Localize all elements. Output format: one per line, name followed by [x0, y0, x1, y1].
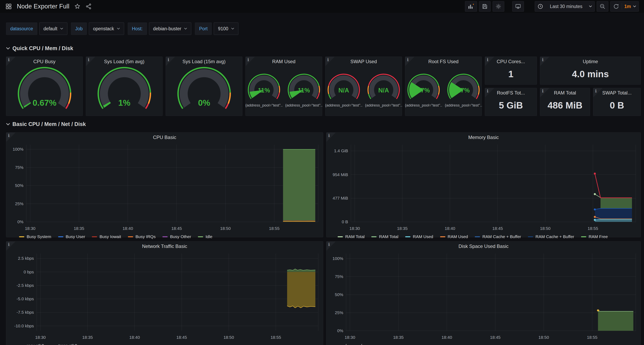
panel-title[interactable]: Root FS Used [413, 59, 474, 64]
svg-text:18:30: 18:30 [35, 335, 46, 339]
legend-item[interactable]: RAM Used [405, 234, 433, 239]
cycle-view-button[interactable] [512, 1, 524, 12]
row-header-quick[interactable]: Quick CPU / Mem / Disk [6, 45, 73, 52]
panel-title[interactable]: Disk Space Used Basic [334, 243, 632, 249]
stat-value: 4.0 mins [540, 66, 640, 83]
ram-used-gauge: 11% [246, 73, 282, 103]
refresh-interval-label[interactable]: 1m [624, 4, 631, 9]
legend-swatch [581, 236, 586, 237]
legend-item[interactable]: / [338, 343, 346, 345]
panel-title[interactable]: Sys Load (15m avg) [174, 59, 234, 64]
legend-swatch [440, 236, 445, 237]
svg-text:N/A: N/A [378, 87, 389, 94]
panel-title[interactable]: Sys Load (5m avg) [94, 59, 154, 64]
stat-value: 5 GiB [485, 97, 537, 114]
legend-item[interactable]: RAM Total [338, 234, 364, 239]
legend-item[interactable]: Busy User [58, 234, 85, 239]
panel-title[interactable]: CPU Basic [14, 135, 315, 140]
svg-text:18:50: 18:50 [540, 226, 550, 231]
chevron-down-icon[interactable] [633, 6, 636, 8]
legend-item[interactable]: Busy System [19, 234, 51, 239]
network-traffic-plot[interactable]: 2.5 kbps0 bps-2.5 kbps-5.0 kbps-7.5 kbps… [6, 251, 323, 342]
legend-item[interactable]: trans eth0 [51, 343, 77, 345]
panel-title[interactable]: SWAP Used [334, 59, 394, 64]
share-icon[interactable] [86, 3, 92, 10]
star-icon[interactable] [74, 3, 80, 10]
panel-title[interactable]: RAM Total [548, 90, 582, 96]
refresh-button-group[interactable]: 1m [610, 1, 639, 12]
svg-text:50%: 50% [335, 292, 343, 297]
legend-swatch [19, 236, 24, 237]
magnifier-minus-icon [599, 3, 606, 10]
add-panel-button[interactable] [465, 1, 477, 12]
svg-text:11%: 11% [258, 87, 270, 94]
svg-text:18:30: 18:30 [350, 226, 360, 231]
legend-item[interactable]: RAM Used [440, 234, 468, 239]
panel-title[interactable]: RootFS Tot... [493, 90, 529, 96]
time-range-label: Last 30 minutes [546, 4, 586, 9]
legend-label: Busy Other [170, 234, 191, 239]
panel-title[interactable]: CPU Cores... [493, 59, 529, 64]
legend-label: RAM Cache + Buffer [482, 234, 521, 239]
variable-label-host[interactable]: Host: [128, 23, 147, 35]
legend-item[interactable]: Busy Other [162, 234, 191, 239]
dashboards-grid-icon[interactable] [5, 3, 12, 10]
panel-uptime: i Uptime 4.0 mins [540, 57, 641, 85]
panel-title[interactable]: Network Traffic Basic [14, 243, 315, 249]
refresh-icon[interactable] [613, 3, 619, 10]
panel-network-traffic-basic: i Network Traffic Basic 2.5 kbps0 bps-2.… [6, 241, 323, 345]
variable-value-job[interactable]: openstack [89, 23, 124, 35]
gear-icon [495, 3, 502, 10]
variable-label-job[interactable]: Job [71, 23, 87, 35]
panel-title[interactable]: RAM Used [254, 59, 314, 64]
legend-item[interactable]: Idle [198, 234, 212, 239]
clock-icon [537, 4, 543, 10]
legend-item[interactable]: Busy Iowait [92, 234, 121, 239]
legend-label: RAM Total [345, 234, 364, 239]
svg-text:18:50: 18:50 [538, 335, 549, 339]
legend-item[interactable]: RAM Total [371, 234, 398, 239]
legend-item[interactable]: Busy IRQs [128, 234, 156, 239]
variable-label-datasource[interactable]: datasource [6, 23, 37, 35]
variable-label-port[interactable]: Port [195, 23, 212, 35]
variable-value-port[interactable]: 9100 [214, 23, 238, 35]
legend-swatch [405, 236, 410, 237]
dashboard-settings-button[interactable] [492, 1, 504, 12]
svg-text:18:45: 18:45 [176, 335, 187, 339]
svg-text:25%: 25% [335, 310, 343, 315]
row-header-basic[interactable]: Basic CPU / Mem / Net / Disk [6, 121, 86, 127]
memory-basic-plot[interactable]: 0 B477 MiB954 MiB1.4 GiB18:3018:3518:401… [326, 142, 640, 233]
panel-title[interactable]: CPU Busy [14, 59, 74, 64]
legend-item[interactable]: recv eth0 [19, 343, 44, 345]
variable-value-datasource[interactable]: default [39, 23, 67, 35]
variable-value-text: openstack [93, 26, 114, 32]
panel-title[interactable]: Uptime [548, 59, 632, 64]
legend-label: RAM Cache + Buffer [536, 234, 574, 239]
cpu-basic-plot[interactable]: 0%25%50%75%100%18:3018:3518:4018:4518:50… [6, 142, 323, 233]
network-traffic-legend: recv eth0trans eth0 [6, 342, 323, 345]
legend-item[interactable]: RAM Cache + Buffer [475, 234, 521, 239]
legend-item[interactable]: / [353, 343, 362, 345]
chevron-down-icon [6, 47, 10, 50]
save-dashboard-button[interactable] [479, 1, 490, 12]
chevron-down-icon [6, 123, 10, 126]
svg-text:-2.5 kbps: -2.5 kbps [17, 283, 34, 288]
legend-item[interactable]: RAM Cache + Buffer [528, 234, 574, 239]
panel-root-fs-used: i Root FS Used 27% {address_pool="test".… [405, 57, 482, 116]
panel-cpu-cores: i CPU Cores... 1 [485, 57, 537, 85]
svg-text:100%: 100% [332, 256, 343, 261]
panel-title[interactable]: SWAP Total... [601, 90, 632, 96]
zoom-out-time-button[interactable] [597, 1, 608, 12]
panel-title[interactable]: Memory Basic [334, 135, 632, 140]
chevron-down-icon [184, 28, 187, 30]
variable-value-host[interactable]: debian-buster [149, 23, 192, 35]
legend-item[interactable]: RAM Free [581, 234, 608, 239]
svg-text:954 MiB: 954 MiB [333, 172, 348, 177]
svg-text:11%: 11% [298, 87, 310, 94]
legend-label: / [361, 343, 362, 345]
panel-cpu-busy: i CPU Busy 0.67% [6, 57, 83, 116]
legend-label: RAM Total [379, 234, 398, 239]
disk-space-plot[interactable]: 0%25%50%75%100%18:3018:3518:4018:4518:50… [326, 251, 640, 342]
legend-label: Busy User [66, 234, 85, 239]
time-range-picker[interactable]: Last 30 minutes [535, 1, 594, 12]
